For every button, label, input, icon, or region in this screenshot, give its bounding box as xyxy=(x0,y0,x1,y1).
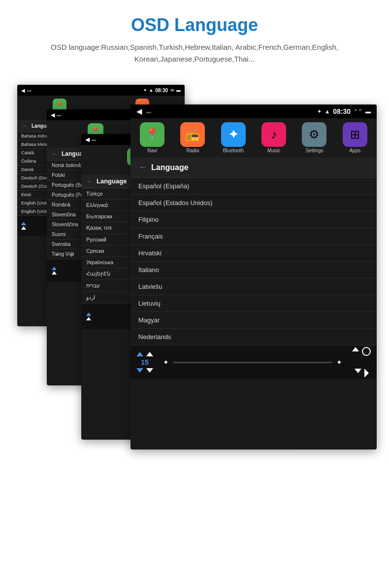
page-subtitle: OSD language:Russian,Spanish,Turkish,Heb… xyxy=(0,41,389,65)
status-bar-1: ◀ ▬ ✦ ▲ 08:30 ≫ ▬ xyxy=(17,85,185,96)
language-panel-title-4: Language xyxy=(151,163,189,172)
nav-item-bluetooth-4[interactable]: ✦ Bluetooth xyxy=(214,122,253,153)
screens-container: ◀ ▬ ✦ ▲ 08:30 ≫ ▬ 📍 Navi 📻 Radio xyxy=(7,80,382,454)
up-outline-btn[interactable] xyxy=(136,352,143,356)
up-btn[interactable] xyxy=(146,352,153,356)
nav-item-music-4[interactable]: ♪ Music xyxy=(254,122,293,153)
language-list-4: Español (España) Español (Estados Unidos… xyxy=(130,178,377,346)
nav-item-settings-4[interactable]: ⚙ Settings xyxy=(294,122,334,153)
bottom-bar-4: 15 ✦ ✦ xyxy=(130,346,377,379)
nav-item-apps-4[interactable]: ⊞ Apps xyxy=(335,122,375,153)
right-up-btn[interactable] xyxy=(352,347,359,351)
nav-icons-4: 📍 Navi 📻 Radio ✦ Bluetooth ♪ Music ⚙ Set… xyxy=(130,118,377,157)
down-btn[interactable] xyxy=(146,368,153,373)
list-item[interactable]: Nederlands xyxy=(130,329,377,346)
list-item[interactable]: Français xyxy=(130,228,377,245)
list-item[interactable]: Italiano xyxy=(130,262,377,278)
list-item[interactable]: Español (España) xyxy=(130,178,377,195)
list-item[interactable]: Lietuvių xyxy=(130,295,377,312)
screen-4: ◀ ▬ ✦ ▲ 08:30 ⌃⌃ ▬ 📍 Navi 📻 Radio ✦ xyxy=(130,104,377,450)
list-item[interactable]: Español (Estados Unidos) xyxy=(130,195,377,211)
page-title: OSD Language xyxy=(131,15,258,35)
circle-btn[interactable] xyxy=(362,347,371,356)
down-outline-btn[interactable] xyxy=(136,368,143,373)
nav-item-navi-4[interactable]: 📍 Navi xyxy=(132,122,172,153)
status-bar-4: ◀ ▬ ✦ ▲ 08:30 ⌃⌃ ▬ xyxy=(130,104,377,118)
list-item[interactable]: Magyar xyxy=(130,312,377,329)
number-display: 15 xyxy=(141,358,149,366)
language-header-4: ← Language xyxy=(130,157,377,178)
right-arrow-btn[interactable] xyxy=(364,369,369,378)
list-item[interactable]: Latviešu xyxy=(130,278,377,295)
list-item[interactable]: Hrvatski xyxy=(130,245,377,262)
right-down-btn[interactable] xyxy=(355,369,361,373)
back-button-4[interactable]: ← xyxy=(138,162,147,173)
list-item[interactable]: Filipino xyxy=(130,211,377,228)
nav-item-radio-4[interactable]: 📻 Radio xyxy=(173,122,212,153)
language-panel-4: ← Language Español (España) Español (Est… xyxy=(130,157,377,346)
